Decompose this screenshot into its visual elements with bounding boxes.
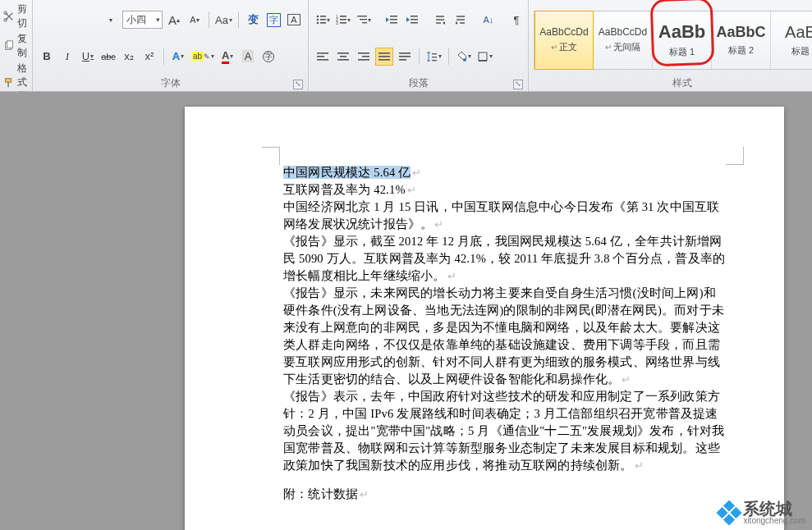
style-sample: AaBbCcDd bbox=[599, 26, 647, 38]
style-name: 标题 bbox=[791, 45, 810, 57]
bold-button[interactable]: B bbox=[38, 48, 56, 66]
svg-rect-32 bbox=[337, 59, 349, 61]
para-mark-icon: ↵ bbox=[360, 488, 369, 500]
subscript-button[interactable]: x₂ bbox=[120, 48, 138, 66]
increase-indent-button[interactable] bbox=[403, 11, 421, 29]
paragraph-group-label: 段落 ⤡ bbox=[312, 75, 525, 90]
svg-rect-18 bbox=[357, 16, 367, 16]
style-title[interactable]: AaB 标题 bbox=[771, 11, 812, 69]
svg-rect-11 bbox=[320, 22, 326, 24]
style-heading-1[interactable]: AaBb 标题 1 bbox=[653, 11, 712, 69]
char-border-button[interactable]: A bbox=[285, 11, 303, 29]
svg-rect-27 bbox=[317, 53, 328, 54]
svg-rect-30 bbox=[337, 53, 349, 54]
text-effects-button[interactable]: A▾ bbox=[169, 48, 187, 66]
para-line[interactable]: 《报告》表示，去年，中国政府针对这些技术的研发和应用制定了一系列政策方针：2 月… bbox=[283, 388, 727, 474]
font-launcher-icon[interactable]: ⤡ bbox=[293, 80, 303, 89]
style-normal[interactable]: AaBbCcDd ↵正文 bbox=[534, 11, 594, 70]
para-mark-icon: ↵ bbox=[622, 373, 631, 386]
copy-icon bbox=[3, 39, 15, 53]
grow-font-button[interactable]: A▴ bbox=[165, 11, 183, 29]
paragraph-launcher-icon[interactable]: ⤡ bbox=[513, 80, 523, 89]
borders-button[interactable]: ▾ bbox=[475, 48, 494, 66]
para-line[interactable]: 中国经济网北京 1 月 15 日讯，中国互联网信息中心今日发布《第 31 次中国… bbox=[283, 199, 727, 233]
shading-button[interactable]: ▾ bbox=[454, 48, 473, 66]
svg-point-6 bbox=[317, 16, 319, 18]
para-mark-icon: ↵ bbox=[635, 459, 644, 472]
svg-rect-17 bbox=[340, 22, 346, 24]
align-center-button[interactable] bbox=[334, 48, 352, 66]
cut-button[interactable]: 剪切 bbox=[3, 2, 29, 31]
svg-rect-35 bbox=[358, 59, 369, 61]
watermark-url: xitongcheng.com bbox=[743, 517, 805, 525]
para-line[interactable]: 《报告》显示，截至 2012 年 12 月底，我国网民规模达 5.64 亿，全年… bbox=[283, 233, 727, 285]
para-line[interactable]: 《报告》显示，未来网民的增长动力将主要来自受自身生活习惯(没时间上网)和硬件条件… bbox=[283, 285, 727, 388]
style-no-spacing[interactable]: AaBbCcDd ↵无间隔 bbox=[594, 11, 653, 69]
align-right-button[interactable] bbox=[355, 48, 373, 66]
svg-rect-3 bbox=[7, 41, 12, 48]
font-name-dropdown-icon[interactable]: ▾ bbox=[102, 11, 120, 29]
svg-rect-23 bbox=[390, 22, 397, 24]
rtl-button[interactable] bbox=[452, 11, 470, 29]
selected-text[interactable]: 中国网民规模达 5.64 亿 bbox=[283, 166, 411, 179]
svg-rect-39 bbox=[399, 53, 411, 54]
page[interactable]: 中国网民规模达 5.64 亿↵ 互联网普及率为 42.1%↵ 中国经济网北京 1… bbox=[185, 107, 784, 530]
copy-label: 复制 bbox=[17, 32, 29, 60]
show-marks-button[interactable]: ¶ bbox=[507, 11, 525, 29]
decrease-indent-button[interactable] bbox=[383, 11, 401, 29]
watermark-text: 系统城 bbox=[743, 500, 805, 517]
shrink-font-button[interactable]: A▾ bbox=[186, 11, 204, 29]
numbering-button[interactable]: 123▾ bbox=[334, 11, 352, 29]
scissors-icon bbox=[3, 10, 15, 23]
para-mark-icon: ↵ bbox=[434, 218, 443, 231]
style-name: 标题 2 bbox=[728, 44, 754, 57]
cut-label: 剪切 bbox=[17, 2, 29, 30]
para-line[interactable]: 中国网民规模达 5.64 亿↵ bbox=[283, 164, 727, 181]
font-size-combo[interactable]: 小四 ▾ bbox=[122, 11, 163, 29]
document-workspace[interactable]: 中国网民规模达 5.64 亿↵ 互联网普及率为 42.1%↵ 中国经济网北京 1… bbox=[0, 92, 812, 530]
change-case-button[interactable]: Aa▾ bbox=[214, 11, 233, 29]
align-left-button[interactable] bbox=[314, 48, 332, 66]
justify-button[interactable] bbox=[375, 48, 393, 66]
font-color-button[interactable]: A▾ bbox=[218, 48, 236, 66]
style-heading-2[interactable]: AaBbC 标题 2 bbox=[712, 11, 771, 69]
multilevel-list-button[interactable]: ▾ bbox=[355, 11, 373, 29]
svg-point-45 bbox=[463, 58, 466, 62]
svg-rect-4 bbox=[6, 78, 11, 81]
ltr-button[interactable] bbox=[431, 11, 449, 29]
margin-guide-tr bbox=[726, 147, 744, 165]
svg-point-8 bbox=[317, 19, 319, 21]
bullets-button[interactable]: ▾ bbox=[314, 11, 332, 29]
sort-button[interactable]: A↓ bbox=[479, 11, 498, 29]
italic-button[interactable]: I bbox=[58, 48, 76, 66]
svg-rect-5 bbox=[7, 82, 9, 87]
para-line[interactable]: 互联网普及率为 42.1%↵ bbox=[283, 181, 727, 199]
font-group: ▾ 小四 ▾ A▴ A▾ Aa▾ 变 字 A B I U▾ abc x₂ bbox=[33, 0, 309, 91]
phonetic-guide-button[interactable]: 变 bbox=[244, 11, 262, 29]
svg-rect-40 bbox=[399, 56, 411, 57]
svg-rect-7 bbox=[320, 16, 326, 17]
watermark-logo-icon bbox=[717, 500, 742, 525]
para-line[interactable]: 附：统计数据↵ bbox=[283, 486, 727, 503]
styles-gallery: AaBbCcDd ↵正文 AaBbCcDd ↵无间隔 AaBb 标题 1 AaB… bbox=[534, 11, 812, 70]
char-shading-button[interactable]: A bbox=[239, 48, 257, 66]
svg-rect-21 bbox=[390, 16, 397, 17]
highlight-button[interactable]: ab✎▾ bbox=[190, 48, 216, 66]
svg-rect-36 bbox=[378, 53, 390, 54]
svg-rect-33 bbox=[358, 53, 369, 54]
svg-rect-46 bbox=[479, 53, 487, 61]
strike-button[interactable]: abc bbox=[99, 48, 117, 66]
document-body[interactable]: 中国网民规模达 5.64 亿↵ 互联网普及率为 42.1%↵ 中国经济网北京 1… bbox=[283, 164, 727, 503]
line-spacing-button[interactable]: ▾ bbox=[424, 48, 443, 66]
underline-button[interactable]: U▾ bbox=[79, 48, 97, 66]
svg-rect-34 bbox=[362, 56, 369, 57]
svg-rect-20 bbox=[362, 22, 367, 23]
copy-button[interactable]: 复制 bbox=[3, 31, 29, 61]
enclose-circle-button[interactable]: 字 bbox=[259, 48, 278, 66]
svg-rect-37 bbox=[378, 56, 390, 57]
distribute-button[interactable] bbox=[396, 48, 414, 66]
svg-rect-22 bbox=[390, 19, 397, 21]
enclose-char-button[interactable]: 字 bbox=[264, 11, 282, 29]
svg-rect-28 bbox=[317, 56, 324, 57]
superscript-button[interactable]: x² bbox=[140, 48, 158, 66]
